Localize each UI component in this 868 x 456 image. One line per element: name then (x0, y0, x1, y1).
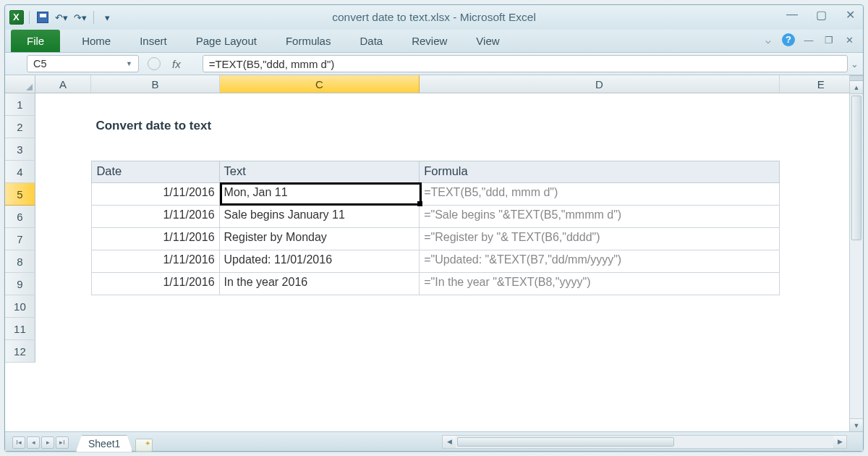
row-header[interactable]: 1 (5, 93, 35, 116)
cell-date[interactable]: 1/11/2016 (91, 183, 219, 206)
excel-app-icon[interactable] (9, 10, 24, 25)
row-header[interactable]: 2 (5, 116, 35, 138)
scroll-thumb[interactable] (851, 96, 861, 240)
col-header-c[interactable]: C (220, 75, 420, 93)
close-button[interactable]: ✕ (841, 8, 859, 22)
worksheet-grid[interactable]: A B C D E 1 2Convert date to text 3 4 Da… (5, 75, 863, 431)
formula-bar-value: =TEXT(B5,"ddd, mmm d") (209, 58, 335, 70)
undo-button[interactable]: ↶▾ (54, 9, 69, 25)
tab-view[interactable]: View (461, 30, 514, 52)
table-header-text[interactable]: Text (220, 161, 420, 183)
window-title: convert date to text.xlsx - Microsoft Ex… (5, 11, 863, 24)
wb-close-icon[interactable]: ✕ (843, 33, 856, 46)
tab-insert[interactable]: Insert (125, 30, 182, 52)
name-box-value: C5 (33, 58, 47, 69)
scroll-track[interactable] (456, 436, 833, 448)
app-window: ↶▾ ↷▾ ▾ convert date to text.xlsx - Micr… (4, 4, 864, 452)
tab-formulas[interactable]: Formulas (271, 30, 346, 52)
select-all-corner[interactable] (5, 75, 35, 93)
fx-label[interactable]: fx (172, 58, 181, 70)
redo-button[interactable]: ↷▾ (72, 9, 88, 25)
cell-text[interactable]: Mon, Jan 11 (220, 183, 420, 206)
ribbon-right: ⌵ ? — ❐ ✕ (762, 33, 856, 46)
qat-customize[interactable]: ▾ (99, 9, 115, 25)
sheet-tab-sheet1[interactable]: Sheet1 (76, 435, 132, 452)
ribbon: File Home Insert Page Layout Formulas Da… (5, 30, 863, 53)
scroll-thumb[interactable] (457, 437, 674, 447)
window-controls: — ▢ ✕ (783, 8, 859, 22)
cell-text[interactable]: Updated: 11/01/2016 (220, 250, 420, 273)
maximize-button[interactable]: ▢ (812, 8, 830, 22)
cell-date[interactable]: 1/11/2016 (91, 273, 219, 295)
scroll-down-button[interactable]: ▼ (850, 418, 863, 431)
status-bar: I◂ ◂ ▸ ▸I Sheet1 ◀ ▶ (5, 431, 863, 451)
tab-review[interactable]: Review (397, 30, 461, 52)
save-icon (37, 12, 48, 23)
formula-bar[interactable]: =TEXT(B5,"ddd, mmm d") (203, 55, 848, 72)
col-header-b[interactable]: B (91, 75, 219, 93)
col-header-a[interactable]: A (35, 75, 92, 93)
row-header[interactable]: 7 (5, 228, 35, 250)
chevron-down-icon[interactable]: ▼ (126, 60, 132, 67)
new-sheet-button[interactable] (135, 439, 153, 452)
nav-prev-button[interactable]: ◂ (27, 436, 40, 449)
table-header-formula[interactable]: Formula (420, 161, 779, 183)
cell-date[interactable]: 1/11/2016 (91, 250, 219, 273)
save-button[interactable] (35, 9, 51, 25)
row-header[interactable]: 12 (5, 340, 35, 363)
nav-next-button[interactable]: ▸ (41, 436, 54, 449)
cell-text[interactable]: Sale begins January 11 (220, 206, 420, 228)
row-header[interactable]: 10 (5, 295, 35, 318)
horizontal-scrollbar[interactable]: ◀ ▶ (442, 435, 847, 449)
separator (29, 11, 30, 24)
scroll-track[interactable] (850, 94, 863, 418)
title-bar: ↶▾ ↷▾ ▾ convert date to text.xlsx - Micr… (5, 5, 863, 30)
col-header-d[interactable]: D (420, 75, 779, 93)
cell-date[interactable]: 1/11/2016 (91, 228, 219, 250)
cell-formula[interactable]: =TEXT(B5,"ddd, mmm d") (420, 183, 779, 206)
row-header[interactable]: 4 (5, 161, 35, 183)
name-box[interactable]: C5 ▼ (27, 55, 139, 72)
row-header[interactable]: 3 (5, 138, 35, 161)
cell-formula[interactable]: ="Register by "& TEXT(B6,"dddd") (420, 228, 779, 250)
sheet-title[interactable]: Convert date to text (91, 116, 219, 138)
row-header[interactable]: 6 (5, 206, 35, 228)
formula-bar-expand-icon[interactable]: ⌄ (851, 59, 859, 69)
cell-text[interactable]: In the year 2016 (220, 273, 420, 295)
minimize-button[interactable]: — (783, 8, 801, 22)
scroll-right-button[interactable]: ▶ (833, 436, 846, 448)
cells-area[interactable]: 1 2Convert date to text 3 4 Date Text Fo… (5, 93, 863, 363)
sheet-tab-nav: I◂ ◂ ▸ ▸I (12, 436, 69, 449)
insert-function-button[interactable] (148, 57, 161, 70)
tab-home[interactable]: Home (67, 30, 125, 52)
separator (93, 11, 94, 24)
formula-bar-row: C5 ▼ fx =TEXT(B5,"ddd, mmm d") ⌄ (5, 53, 863, 75)
column-headers: A B C D E (5, 75, 863, 93)
cell-formula[interactable]: ="Updated: "&TEXT(B7,"dd/mm/yyyy") (420, 250, 779, 273)
cell-formula[interactable]: ="Sale begins "&TEXT(B5,"mmmm d") (420, 206, 779, 228)
ribbon-minimize-icon[interactable]: ⌵ (762, 33, 775, 46)
tab-page-layout[interactable]: Page Layout (182, 30, 271, 52)
vertical-scrollbar[interactable]: ▲ ▼ (849, 75, 863, 431)
table-header-date[interactable]: Date (91, 161, 219, 183)
scroll-up-button[interactable]: ▲ (850, 81, 863, 94)
wb-restore-icon[interactable]: ❐ (822, 33, 835, 46)
quick-access-toolbar: ↶▾ ↷▾ ▾ (5, 9, 115, 25)
help-icon[interactable]: ? (782, 33, 795, 46)
cell-formula[interactable]: ="In the year "&TEXT(B8,"yyyy") (420, 273, 779, 295)
nav-last-button[interactable]: ▸I (56, 436, 69, 449)
cell-text[interactable]: Register by Monday (220, 228, 420, 250)
row-header[interactable]: 9 (5, 273, 35, 295)
file-tab[interactable]: File (11, 30, 60, 52)
split-handle[interactable] (850, 75, 863, 81)
cell-date[interactable]: 1/11/2016 (91, 206, 219, 228)
row-header[interactable]: 5 (5, 183, 35, 206)
scroll-left-button[interactable]: ◀ (443, 436, 456, 448)
nav-first-button[interactable]: I◂ (12, 436, 25, 449)
tab-data[interactable]: Data (345, 30, 397, 52)
row-header[interactable]: 11 (5, 318, 35, 340)
row-header[interactable]: 8 (5, 250, 35, 273)
wb-minimize-icon[interactable]: — (802, 33, 815, 46)
